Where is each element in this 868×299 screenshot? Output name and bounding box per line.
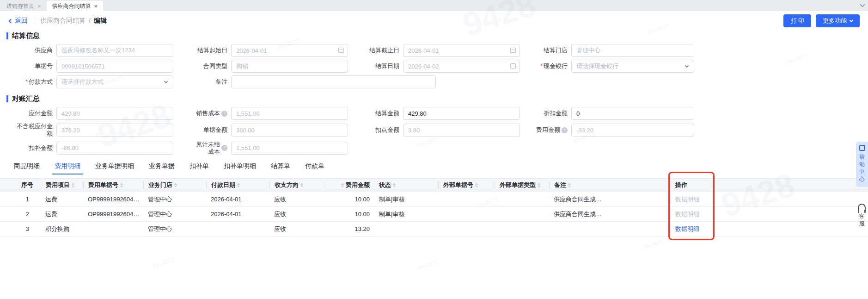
seq-cell: 3	[14, 225, 41, 232]
table-header: 序号 费用项目 费用单据号 业务门店 付款日期 收支方向 费用金额 状态 外部单…	[0, 178, 868, 192]
back-button[interactable]: 返回	[9, 17, 28, 25]
col-fee-doc-no[interactable]: 费用单据号	[83, 181, 143, 189]
question-icon[interactable]	[221, 111, 227, 117]
tab-settlement-doc[interactable]: 结算单	[271, 162, 290, 174]
tab-payment-doc[interactable]: 付款单	[305, 162, 324, 174]
contract-type-input[interactable]	[231, 60, 348, 73]
sort-icon[interactable]	[72, 183, 74, 187]
direction-cell: 应收	[269, 210, 325, 218]
help-center-tab[interactable]: 帮助中心	[856, 142, 868, 187]
tab-deduction-doc[interactable]: 扣补单	[189, 162, 209, 174]
calendar-icon[interactable]	[338, 48, 344, 53]
discount-label: 折扣金额	[524, 110, 568, 117]
col-remark[interactable]: 备注	[549, 181, 618, 189]
supplier-input[interactable]	[56, 44, 173, 57]
col-pay-date[interactable]: 付款日期	[206, 181, 269, 189]
sort-icon[interactable]	[341, 183, 344, 187]
start-date-label: 结算起始日	[177, 47, 227, 54]
question-icon[interactable]	[221, 145, 227, 151]
sort-icon[interactable]	[475, 183, 478, 187]
breadcrumb-separator: /	[89, 17, 91, 25]
tab-goods-detail[interactable]: 商品明细	[14, 162, 40, 174]
payable-input[interactable]	[56, 107, 173, 120]
close-icon[interactable]: ×	[94, 3, 98, 9]
adjust-amount-input[interactable]	[56, 142, 173, 155]
toolbar: 返回 供应商合同结算 / 编辑 打 印 更多功能	[0, 12, 868, 29]
sales-cost-input[interactable]	[231, 107, 348, 120]
required-asterisk	[540, 62, 544, 70]
calendar-icon[interactable]	[510, 48, 516, 53]
doc-no-field	[56, 60, 173, 73]
payable-excl-tax-input[interactable]	[56, 124, 173, 137]
payable-excl-tax-label: 不含税应付金额	[14, 123, 53, 138]
print-button[interactable]: 打 印	[783, 14, 811, 27]
fee-amount-cell: 10.00	[325, 196, 374, 203]
tab-supplier-contract-settlement[interactable]: 供应商合同结算 ×	[47, 1, 104, 11]
tab-inventory-home[interactable]: 进销存首页 ×	[1, 1, 47, 11]
doc-amount-input[interactable]	[231, 124, 348, 137]
store-input[interactable]	[571, 44, 694, 57]
remark-input[interactable]	[231, 75, 436, 88]
sort-icon[interactable]	[538, 183, 540, 187]
settle-date-field	[403, 60, 520, 73]
col-fee-item[interactable]: 费用项目	[41, 181, 83, 189]
more-functions-button[interactable]: 更多功能	[816, 14, 860, 27]
end-date-field	[403, 44, 520, 57]
data-detail-link[interactable]: 数据明细	[675, 210, 699, 218]
deduct-point-input[interactable]	[403, 124, 520, 137]
sort-icon[interactable]	[568, 183, 571, 187]
col-ext-doc-type[interactable]: 外部单据类型	[495, 181, 549, 189]
remark-cell: 供应商合同生成…	[549, 195, 618, 204]
sort-icon[interactable]	[300, 183, 303, 187]
settle-amount-input[interactable]	[403, 107, 520, 120]
discount-input[interactable]	[571, 107, 694, 120]
col-seq: 序号	[14, 181, 41, 189]
data-detail-link[interactable]: 数据明细	[675, 195, 699, 204]
doc-no-input[interactable]	[56, 60, 173, 73]
customer-service-widget[interactable]: 客服	[856, 204, 868, 227]
cash-bank-label: 现金银行	[524, 62, 568, 70]
settle-date-input[interactable]	[403, 60, 520, 73]
tab-deduction-doc-detail[interactable]: 扣补单明细	[224, 162, 256, 174]
data-detail-link[interactable]: 数据明细	[675, 225, 699, 233]
end-date-input[interactable]	[403, 44, 520, 57]
breadcrumb-parent[interactable]: 供应商合同结算	[40, 17, 86, 25]
calendar-icon[interactable]	[510, 63, 516, 69]
watermark-text: zbx4677	[416, 258, 439, 272]
deduct-point-label: 扣点金额	[352, 126, 399, 134]
action-cell: 数据明细	[670, 225, 713, 233]
direction-cell: 应收	[269, 225, 325, 233]
doc-amount-label: 单据金额	[177, 126, 227, 134]
col-ext-doc-no[interactable]: 外部单据号	[438, 181, 495, 189]
sales-cost-label: 销售成本	[177, 110, 227, 117]
col-direction[interactable]: 收支方向	[269, 181, 325, 189]
seq-cell: 1	[14, 196, 41, 203]
sort-icon[interactable]	[120, 183, 123, 187]
seq-cell: 2	[14, 211, 41, 218]
col-business-store[interactable]: 业务门店	[143, 181, 206, 189]
tab-business-doc-detail[interactable]: 业务单据明细	[95, 162, 134, 174]
section-marker	[6, 32, 8, 39]
section-title-settlement-info: 结算信息	[6, 31, 868, 40]
cash-bank-select[interactable]: 请选择现金银行	[571, 60, 694, 73]
supplier-settlement-page: 进销存首页 × 供应商合同结算 × 返回 供应商合同结算 / 编辑 打 印 更多…	[0, 0, 868, 299]
sort-icon[interactable]	[174, 183, 177, 187]
start-date-input[interactable]	[231, 44, 348, 57]
fee-doc-no-cell: OP99991992604…	[83, 196, 143, 203]
fee-detail-table: 序号 费用项目 费用单据号 业务门店 付款日期 收支方向 费用金额 状态 外部单…	[0, 178, 868, 237]
col-status[interactable]: 状态	[374, 181, 438, 189]
store-cell: 管理中心	[143, 210, 206, 218]
unsettled-cost-input[interactable]	[231, 142, 348, 155]
sort-icon[interactable]	[237, 183, 240, 187]
pay-method-select[interactable]: 请选择付款方式	[56, 75, 173, 88]
fee-amount-input[interactable]	[571, 124, 694, 137]
question-icon[interactable]	[562, 127, 568, 133]
tab-business-doc[interactable]: 业务单据	[149, 162, 175, 174]
chevron-down-icon[interactable]	[860, 2, 865, 7]
sort-icon[interactable]	[393, 183, 396, 187]
tab-fee-detail[interactable]: 费用明细	[55, 162, 80, 174]
close-icon[interactable]: ×	[37, 3, 41, 9]
col-fee-amount[interactable]: 费用金额	[325, 181, 374, 189]
fee-amount-cell: 10.00	[325, 211, 374, 218]
headset-icon	[858, 204, 866, 211]
